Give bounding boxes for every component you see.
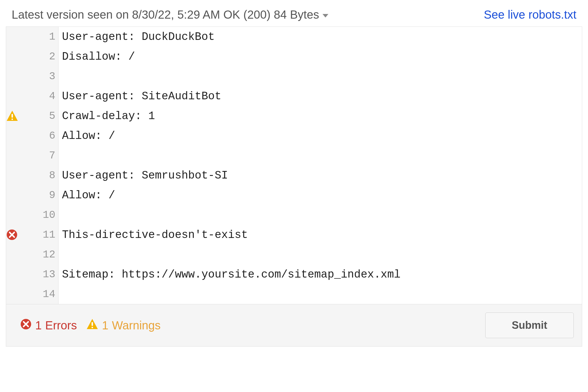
- line-number: 1: [49, 31, 55, 43]
- line-number: 14: [43, 288, 55, 300]
- line-number: 4: [49, 90, 55, 102]
- editor-panel: 1234567891011121314 User-agent: DuckDuck…: [6, 27, 582, 347]
- code-line[interactable]: [62, 146, 582, 165]
- submit-button[interactable]: Submit: [485, 312, 574, 338]
- line-number: 13: [43, 269, 55, 280]
- see-live-link[interactable]: See live robots.txt: [484, 8, 576, 21]
- code-line[interactable]: Allow: /: [62, 126, 582, 146]
- header-bar: Latest version seen on 8/30/22, 5:29 AM …: [6, 6, 582, 27]
- line-number: 2: [49, 51, 55, 63]
- svg-rect-4: [92, 322, 93, 326]
- version-label: Latest version seen on 8/30/22, 5:29 AM …: [12, 8, 319, 21]
- error-summary[interactable]: 1 Errors: [20, 318, 77, 333]
- gutter-row: 6: [6, 126, 58, 146]
- warning-label: Warnings: [112, 319, 160, 332]
- code-line[interactable]: [62, 205, 582, 225]
- gutter-row: 14: [6, 284, 58, 304]
- gutter-row: 7: [6, 146, 58, 165]
- code-line[interactable]: User-agent: DuckDuckBot: [62, 27, 582, 47]
- code-column[interactable]: User-agent: DuckDuckBotDisallow: /User-a…: [59, 27, 582, 304]
- error-icon: [20, 318, 32, 333]
- code-line[interactable]: [62, 245, 582, 264]
- gutter: 1234567891011121314: [6, 27, 59, 304]
- gutter-row: 13: [6, 264, 58, 284]
- svg-rect-0: [12, 114, 13, 118]
- error-icon: [6, 229, 18, 241]
- warning-icon: [6, 110, 18, 122]
- gutter-row: 1: [6, 27, 58, 47]
- gutter-row: 2: [6, 47, 58, 66]
- svg-rect-5: [92, 327, 93, 328]
- code-line[interactable]: This-directive-doesn't-exist: [62, 225, 582, 245]
- code-line[interactable]: Sitemap: https://www.yoursite.com/sitema…: [62, 264, 582, 284]
- gutter-row: 9: [6, 185, 58, 205]
- error-count: 1: [35, 319, 42, 332]
- gutter-row: 4: [6, 86, 58, 106]
- line-number: 9: [49, 189, 55, 201]
- version-dropdown[interactable]: Latest version seen on 8/30/22, 5:29 AM …: [12, 8, 328, 21]
- footer-bar: 1 Errors 1 Warnings Submit: [6, 304, 582, 346]
- svg-rect-1: [12, 119, 13, 120]
- warning-count: 1: [102, 319, 108, 332]
- code-line[interactable]: [62, 66, 582, 86]
- gutter-row: 5: [6, 106, 58, 126]
- summary: 1 Errors 1 Warnings: [20, 318, 161, 333]
- line-number: 12: [43, 249, 55, 261]
- gutter-row: 10: [6, 205, 58, 225]
- code-line[interactable]: Crawl-delay: 1: [62, 106, 582, 126]
- line-number: 8: [49, 169, 55, 181]
- line-number: 5: [49, 110, 55, 122]
- code-area: 1234567891011121314 User-agent: DuckDuck…: [6, 27, 582, 304]
- code-line[interactable]: Disallow: /: [62, 47, 582, 66]
- line-number: 3: [49, 70, 55, 82]
- line-number: 6: [49, 130, 55, 142]
- code-line[interactable]: User-agent: SiteAuditBot: [62, 86, 582, 106]
- gutter-row: 11: [6, 225, 58, 245]
- code-line[interactable]: [62, 284, 582, 304]
- error-label: Errors: [45, 319, 77, 332]
- gutter-row: 3: [6, 66, 58, 86]
- line-number: 7: [49, 150, 55, 162]
- gutter-row: 8: [6, 165, 58, 185]
- warning-icon: [86, 318, 98, 333]
- code-line[interactable]: User-agent: Semrushbot-SI: [62, 165, 582, 185]
- line-number: 10: [43, 209, 55, 221]
- line-number: 11: [43, 229, 55, 241]
- gutter-row: 12: [6, 245, 58, 264]
- chevron-down-icon: [323, 14, 328, 17]
- warning-summary[interactable]: 1 Warnings: [86, 318, 161, 333]
- code-line[interactable]: Allow: /: [62, 185, 582, 205]
